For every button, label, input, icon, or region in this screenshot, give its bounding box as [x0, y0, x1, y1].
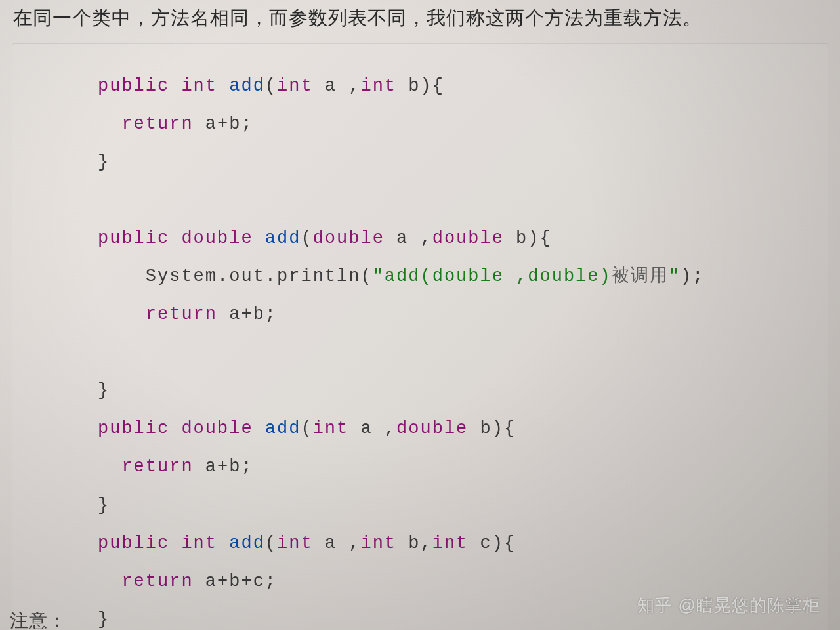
- code-token-plain: System.out.println(: [146, 266, 373, 286]
- code-token-kw-return: return: [121, 457, 193, 476]
- code-line: }: [98, 143, 814, 181]
- code-token-kw-type: int: [432, 534, 469, 553]
- code-token-kw-type: int: [277, 76, 313, 96]
- code-token-plain: a+b;: [217, 304, 277, 324]
- code-token-plain: [253, 228, 265, 248]
- code-token-string-lit: "add(double ,double): [373, 266, 612, 286]
- code-line: [98, 181, 814, 219]
- code-token-kw-type: double: [396, 419, 468, 438]
- code-token-plain: [169, 76, 181, 96]
- code-token-kw-modifier: public: [98, 534, 169, 553]
- code-token-plain: a+b;: [194, 114, 253, 134]
- code-line: public double add(int a ,double b){: [98, 410, 814, 448]
- code-token-string-lit: ": [669, 266, 681, 286]
- code-token-kw-type: int: [360, 76, 396, 96]
- code-line: System.out.println("add(double ,double)被…: [98, 257, 814, 295]
- code-token-kw-type: double: [181, 228, 253, 248]
- code-token-kw-type: double: [432, 228, 504, 248]
- code-token-plain: (: [265, 76, 277, 96]
- code-token-plain: a ,: [385, 228, 432, 248]
- code-token-plain: a+b+c;: [194, 572, 277, 591]
- code-token-plain: [217, 534, 229, 553]
- code-line: public int add(int a ,int b){: [98, 67, 814, 105]
- code-token-method-name: add: [265, 419, 301, 438]
- code-token-method-name: add: [229, 76, 265, 96]
- watermark-text: 知乎 @瞎晃悠的陈掌柜: [637, 594, 820, 617]
- code-block: public int add(int a ,int b){ return a+b…: [12, 43, 828, 630]
- code-token-plain: b){: [504, 228, 552, 248]
- code-line: return a+b;: [98, 448, 814, 486]
- code-token-kw-type: int: [181, 76, 217, 96]
- code-token-kw-modifier: public: [98, 76, 169, 96]
- code-token-plain: b){: [396, 76, 444, 96]
- code-token-plain: (: [301, 228, 312, 248]
- code-token-plain: [253, 419, 265, 438]
- code-token-kw-type: int: [181, 534, 217, 553]
- code-token-kw-modifier: public: [98, 228, 169, 248]
- code-token-plain: }: [98, 152, 110, 172]
- code-token-chinese-in-string: 被调用: [612, 266, 669, 286]
- code-line: public double add(double a ,double b){: [98, 219, 814, 257]
- code-token-kw-type: double: [313, 228, 385, 248]
- code-token-plain: b){: [468, 419, 516, 438]
- code-token-plain: }: [98, 495, 110, 515]
- code-token-plain: b,: [396, 534, 432, 553]
- code-token-kw-type: double: [181, 419, 253, 438]
- code-token-plain: c){: [468, 534, 516, 553]
- code-line: return a+b;: [98, 295, 814, 333]
- code-token-plain: [169, 228, 181, 248]
- code-token-plain: }: [98, 381, 110, 400]
- code-token-method-name: add: [229, 534, 265, 553]
- code-token-plain: a ,: [348, 419, 396, 438]
- code-token-kw-type: int: [277, 534, 313, 553]
- code-token-plain: );: [681, 266, 704, 286]
- code-token-plain: }: [98, 610, 110, 629]
- code-token-plain: [169, 534, 181, 553]
- page-description: 在同一个类中，方法名相同，而参数列表不同，我们称这两个方法为重载方法。: [0, 0, 840, 43]
- code-line: }: [98, 371, 814, 410]
- code-token-plain: a ,: [313, 76, 361, 96]
- code-token-kw-return: return: [146, 304, 217, 324]
- code-line: public int add(int a ,int b,int c){: [98, 524, 814, 562]
- code-line: return a+b;: [98, 105, 814, 143]
- code-token-kw-type: int: [313, 419, 349, 438]
- code-token-plain: (: [265, 534, 277, 553]
- code-token-kw-return: return: [121, 114, 193, 134]
- code-token-kw-type: int: [360, 534, 396, 553]
- code-line: [98, 333, 814, 371]
- code-token-method-name: add: [265, 228, 301, 248]
- code-line: }: [98, 486, 814, 524]
- code-token-plain: a+b;: [194, 457, 253, 476]
- code-token-kw-return: return: [121, 572, 193, 591]
- code-token-kw-modifier: public: [98, 419, 169, 438]
- code-token-plain: [217, 76, 229, 96]
- code-token-plain: (: [301, 419, 312, 438]
- code-token-plain: a ,: [313, 534, 361, 553]
- code-token-plain: [169, 419, 181, 438]
- footer-note: 注意：: [10, 608, 67, 630]
